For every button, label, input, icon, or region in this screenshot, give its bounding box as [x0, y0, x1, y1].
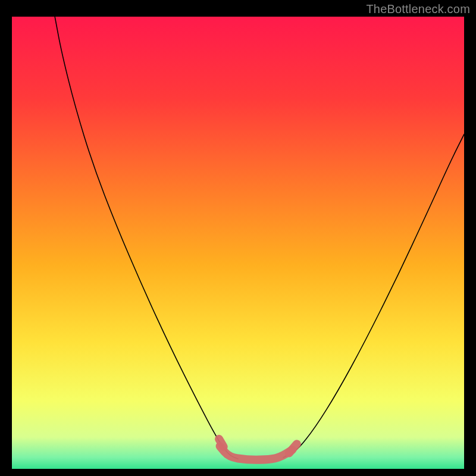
- highlight-right-dot: [289, 444, 297, 453]
- chart-svg: [12, 17, 464, 469]
- highlight-left-dot: [219, 439, 224, 447]
- plot-area: [12, 17, 464, 469]
- watermark-label: TheBottleneck.com: [366, 2, 470, 16]
- chart-stage: TheBottleneck.com: [0, 0, 476, 476]
- gradient-background: [12, 17, 464, 469]
